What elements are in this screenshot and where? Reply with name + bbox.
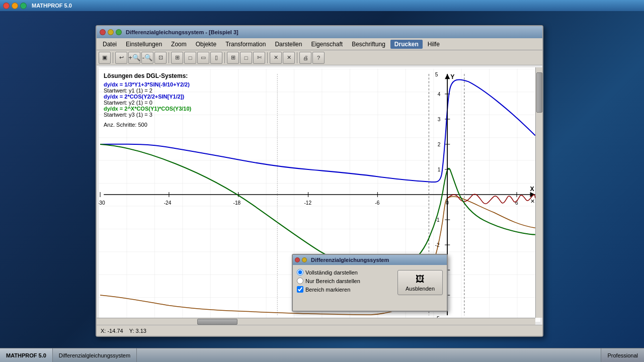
- scrollbar-vertical[interactable]: [535, 67, 542, 318]
- window-title: Differenzialgleichungssystem - [Beispiel…: [126, 29, 238, 35]
- toolbar-sep-2: [169, 52, 169, 63]
- menu-hilfe[interactable]: Hilfe: [424, 40, 444, 49]
- menu-drucken[interactable]: Drucken: [390, 40, 423, 49]
- dgl-close-btn[interactable]: [295, 257, 300, 262]
- svg-text:Y: Y: [450, 73, 454, 80]
- toolbar-zoom-in[interactable]: +🔍: [128, 52, 140, 64]
- toolbar-cut[interactable]: ✄: [253, 52, 265, 64]
- radio-vollstaendig-label: Vollständig darstellen: [305, 269, 358, 276]
- menu-beschriftung[interactable]: Beschriftung: [348, 40, 389, 49]
- app-title-bar: MATHPROF 5.0: [0, 0, 644, 11]
- svg-text:✕: ✕: [530, 198, 535, 204]
- taskbar-edition: Professional: [601, 348, 644, 362]
- minimize-btn[interactable]: [12, 3, 18, 9]
- status-bar: X: -14.74 Y: 3.13: [97, 325, 542, 336]
- svg-text:-6: -6: [375, 200, 379, 206]
- dgl-title-bar: Differenzialgleichungssystem: [293, 255, 447, 265]
- radio-vollstaendig-input[interactable]: [297, 269, 303, 276]
- taskbar-window[interactable]: Differenzialgleichungssystem: [53, 348, 137, 362]
- toolbar-zoom-fit[interactable]: ⊡: [154, 52, 167, 64]
- menu-einstellungen[interactable]: Einstellungen: [122, 40, 166, 49]
- toolbar-zoom-out[interactable]: -🔍: [141, 52, 153, 64]
- toolbar-del2[interactable]: ✕: [283, 52, 295, 64]
- svg-text:4: 4: [438, 92, 441, 97]
- toolbar-grid[interactable]: ⊞: [171, 52, 183, 64]
- taskbar-app[interactable]: MATHPROF 5.0: [0, 348, 53, 362]
- maximize-btn[interactable]: [20, 3, 27, 9]
- toolbar-box1[interactable]: ▭: [197, 52, 209, 64]
- toolbar-sep-5: [297, 52, 297, 63]
- dgl-dialog: Differenzialgleichungssystem Vollständig…: [292, 254, 448, 312]
- svg-text:-18: -18: [233, 200, 240, 206]
- toolbar-undo[interactable]: ↩: [115, 52, 127, 64]
- toolbar-box2[interactable]: ▯: [210, 52, 222, 64]
- svg-text:-24: -24: [164, 200, 172, 206]
- close-btn[interactable]: [3, 3, 10, 9]
- toolbar-copy[interactable]: ⊞: [227, 52, 239, 64]
- toolbar-frame[interactable]: □: [184, 52, 196, 64]
- menu-eigenschaft[interactable]: Eigenschaft: [307, 40, 347, 49]
- toolbar-sep-3: [224, 52, 225, 63]
- svg-text:-12: -12: [304, 200, 311, 206]
- svg-text:-30: -30: [99, 200, 105, 206]
- app-title: MATHPROF 5.0: [32, 3, 72, 9]
- taskbar: MATHPROF 5.0 Differenzialgleichungssyste…: [0, 348, 644, 362]
- toolbar-select[interactable]: ▣: [99, 52, 111, 64]
- toolbar-del1[interactable]: ✕: [270, 52, 282, 64]
- toolbar-sep-1: [113, 52, 113, 63]
- ausblenden-button[interactable]: 🖼 Ausblenden: [397, 270, 443, 295]
- svg-text:1: 1: [438, 167, 441, 172]
- toolbar-sep-4: [267, 52, 268, 63]
- menu-darstellen[interactable]: Darstellen: [271, 40, 306, 49]
- svg-text:3: 3: [438, 117, 441, 122]
- checkbox-markieren-label: Bereich markieren: [305, 287, 350, 293]
- radio-bereich-label: Nur Bereich darstellen: [305, 278, 360, 284]
- menu-objekte[interactable]: Objekte: [192, 40, 220, 49]
- dgl-dialog-title: Differenzialgleichungssystem: [311, 257, 389, 263]
- win-max-btn[interactable]: [116, 29, 122, 35]
- menu-datei[interactable]: Datei: [99, 40, 121, 49]
- toolbar: ▣ ↩ +🔍 -🔍 ⊡ ⊞ □ ▭ ▯ ⊞ □ ✄ ✕ ✕ 🖨 ?: [97, 50, 542, 65]
- svg-text:5: 5: [435, 72, 438, 77]
- menu-transformation[interactable]: Transformation: [221, 40, 270, 49]
- scrollbar-horizontal[interactable]: [97, 318, 535, 325]
- toolbar-print[interactable]: 🖨: [299, 52, 311, 64]
- toolbar-help[interactable]: ?: [312, 52, 325, 64]
- win-min-btn[interactable]: [108, 29, 114, 35]
- menu-zoom[interactable]: Zoom: [167, 40, 191, 49]
- checkbox-markieren-input[interactable]: [297, 286, 303, 293]
- menu-bar: Datei Einstellungen Zoom Objekte Transfo…: [97, 38, 542, 50]
- svg-text:X: X: [530, 186, 535, 193]
- radio-bereich-input[interactable]: [297, 278, 303, 284]
- dgl-min-btn[interactable]: [302, 257, 307, 262]
- title-bar-buttons: [3, 3, 27, 9]
- svg-text:2: 2: [438, 142, 441, 147]
- cursor-coords: X: -14.74 Y: 3.13: [101, 328, 146, 334]
- toolbar-paste[interactable]: □: [240, 52, 252, 64]
- win-title-bar: Differenzialgleichungssystem - [Beispiel…: [97, 26, 542, 38]
- win-close-btn[interactable]: [100, 29, 106, 35]
